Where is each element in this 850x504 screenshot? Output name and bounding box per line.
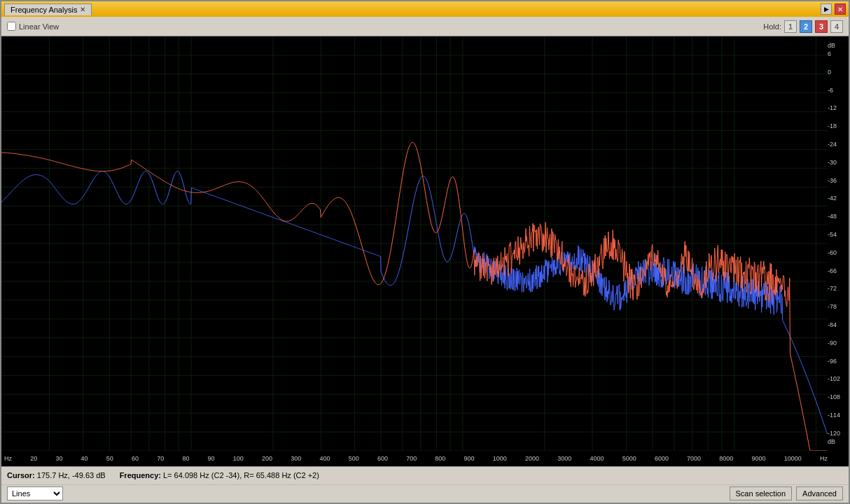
controls-right: Scan selection Advanced (730, 486, 843, 500)
linear-view-checkbox-label[interactable]: Linear View (7, 22, 59, 31)
title-bar-left: Frequency Analysis ✕ (4, 4, 92, 15)
bottom-bar: Cursor: 175.7 Hz, -49.63 dB Frequency: L… (1, 466, 849, 503)
x-label-6000: 6000 (655, 455, 669, 462)
y-axis-bottom-db: dB (828, 438, 835, 445)
x-label-20: 20 (30, 455, 37, 462)
x-label-1000: 1000 (493, 455, 507, 462)
title-bar: Frequency Analysis ✕ ▶ ✕ (1, 1, 849, 17)
x-label-40: 40 (81, 455, 88, 462)
x-label-100: 100 (233, 455, 244, 462)
y-label-n6: -6 (828, 87, 833, 94)
controls-bar: Lines Bars Dots Scan selection Advanced (1, 485, 849, 503)
x-label-80: 80 (182, 455, 189, 462)
hold-label: Hold: (763, 22, 781, 31)
linear-view-label: Linear View (19, 22, 59, 31)
x-axis: Hz 20 30 40 50 60 70 80 90 100 200 300 4… (1, 451, 849, 466)
x-label-300: 300 (291, 455, 301, 462)
title-bar-right: ▶ ✕ (821, 4, 846, 15)
y-label-n96: -96 (828, 358, 837, 365)
y-axis-top-db: dB (828, 42, 835, 49)
x-label-900: 900 (464, 455, 475, 462)
y-label-n24: -24 (828, 141, 837, 148)
x-label-9000: 9000 (752, 455, 766, 462)
x-label-200: 200 (262, 455, 272, 462)
tab-close-icon[interactable]: ✕ (80, 6, 85, 13)
status-bar: Cursor: 175.7 Hz, -49.63 dB Frequency: L… (1, 467, 849, 485)
y-label-n108: -108 (828, 393, 840, 400)
window-close-button[interactable]: ✕ (835, 4, 846, 15)
x-label-700: 700 (406, 455, 417, 462)
y-label-n30: -30 (828, 159, 837, 166)
cursor-label: Cursor: 175.7 Hz, -49.63 dB (7, 471, 106, 479)
y-label-0: 0 (828, 69, 831, 76)
y-label-n78: -78 (828, 303, 837, 310)
cursor-value: 175.7 Hz, -49.63 dB (37, 471, 106, 479)
frequency-value: L= 64.098 Hz (C2 -34), R= 65.488 Hz (C2 … (163, 471, 319, 479)
y-label-n66: -66 (828, 267, 837, 274)
toolbar-left: Linear View (7, 22, 59, 31)
y-label-n114: -114 (828, 412, 840, 419)
x-label-5000: 5000 (622, 455, 636, 462)
hold-button-3[interactable]: 3 (815, 20, 828, 33)
y-axis-right: dB 6 0 -6 -12 -18 -24 -30 -36 -42 -48 -5… (828, 36, 849, 451)
linear-view-checkbox[interactable] (7, 22, 16, 31)
x-label-800: 800 (435, 455, 445, 462)
cursor-label-text: Cursor: (7, 471, 35, 479)
y-label-n120: -120 (828, 430, 840, 437)
x-label-4000: 4000 (590, 455, 604, 462)
x-label-70: 70 (157, 455, 164, 462)
x-label-2000: 2000 (525, 455, 539, 462)
frequency-chart[interactable] (1, 36, 828, 451)
advanced-button[interactable]: Advanced (796, 486, 843, 500)
chart-wrapper: dB 6 0 -6 -12 -18 -24 -30 -36 -42 -48 -5… (1, 36, 849, 466)
controls-left: Lines Bars Dots (7, 486, 63, 500)
y-label-n36: -36 (828, 177, 837, 184)
y-label-n60: -60 (828, 249, 837, 256)
x-label-hz-left: Hz (4, 455, 12, 462)
hold-button-2[interactable]: 2 (800, 20, 812, 33)
nav-arrow-icon[interactable]: ▶ (821, 4, 832, 15)
x-label-3000: 3000 (557, 455, 571, 462)
x-label-7000: 7000 (687, 455, 701, 462)
y-label-6: 6 (828, 50, 831, 57)
y-label-n42: -42 (828, 195, 837, 202)
chart-inner: dB 6 0 -6 -12 -18 -24 -30 -36 -42 -48 -5… (1, 36, 849, 451)
y-label-n18: -18 (828, 122, 837, 130)
x-label-60: 60 (132, 455, 139, 462)
frequency-analysis-tab[interactable]: Frequency Analysis ✕ (4, 4, 92, 15)
toolbar: Linear View Hold: 1 2 3 4 (1, 17, 849, 36)
x-label-hz-right: Hz (820, 455, 828, 462)
hold-button-1[interactable]: 1 (784, 20, 797, 33)
main-window: Frequency Analysis ✕ ▶ ✕ Linear View Hol… (0, 0, 850, 504)
x-label-90: 90 (208, 455, 215, 462)
x-label-600: 600 (377, 455, 388, 462)
x-label-30: 30 (55, 455, 62, 462)
scan-selection-button[interactable]: Scan selection (730, 486, 793, 500)
y-label-n72: -72 (828, 285, 837, 292)
x-label-500: 500 (349, 455, 359, 462)
y-label-n54: -54 (828, 231, 837, 238)
y-label-n84: -84 (828, 321, 837, 328)
x-label-50: 50 (106, 455, 113, 462)
display-mode-select[interactable]: Lines Bars Dots (7, 486, 63, 500)
frequency-label-text: Frequency: (120, 471, 161, 479)
x-axis-labels: Hz 20 30 40 50 60 70 80 90 100 200 300 4… (1, 455, 849, 462)
x-label-8000: 8000 (719, 455, 733, 462)
toolbar-right: Hold: 1 2 3 4 (763, 20, 843, 33)
x-label-400: 400 (319, 455, 330, 462)
y-label-n48: -48 (828, 213, 837, 220)
y-label-n12: -12 (828, 104, 837, 111)
x-label-10000: 10000 (784, 455, 802, 462)
hold-button-4[interactable]: 4 (830, 20, 843, 33)
y-label-n90: -90 (828, 340, 837, 346)
frequency-label: Frequency: L= 64.098 Hz (C2 -34), R= 65.… (120, 471, 319, 479)
tab-label: Frequency Analysis (11, 6, 77, 14)
y-label-n102: -102 (828, 375, 840, 382)
